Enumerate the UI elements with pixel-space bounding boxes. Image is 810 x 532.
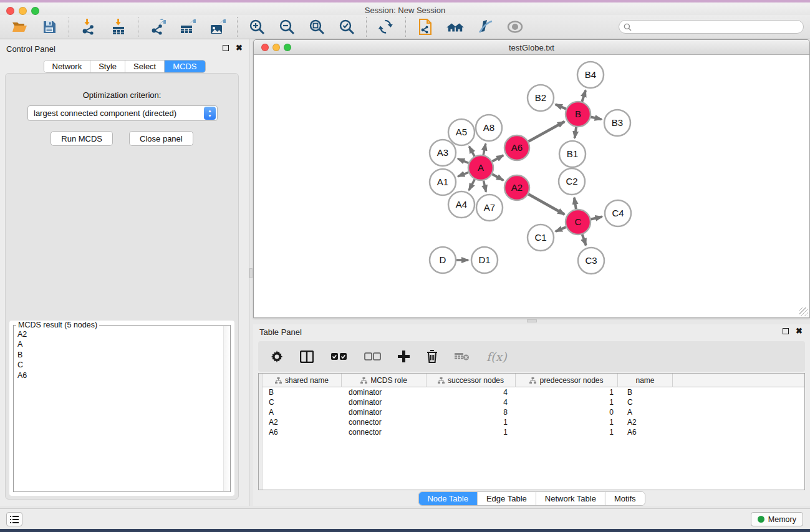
table-cell[interactable]: 4 (427, 397, 516, 407)
table-cell[interactable]: 1 (516, 387, 618, 397)
table-cell[interactable]: A2 (618, 417, 673, 427)
zoom-fit-icon[interactable] (308, 18, 325, 36)
edge-B-B3[interactable] (591, 117, 601, 120)
select-all-icon[interactable] (330, 352, 347, 360)
table-cell[interactable]: C (263, 397, 342, 407)
mcds-result-item[interactable]: A6 (15, 370, 223, 381)
zoom-selected-icon[interactable] (338, 18, 355, 36)
tab-style[interactable]: Style (90, 60, 125, 72)
edge-B-B2[interactable] (556, 104, 566, 109)
save-session-icon[interactable] (41, 18, 58, 36)
zoom-in-icon[interactable] (248, 18, 266, 36)
table-cell[interactable]: 4 (427, 387, 516, 397)
titlebar[interactable]: Session: New Session (0, 2, 810, 15)
new-network-file-icon[interactable] (417, 18, 434, 36)
mcds-result-item[interactable]: A2 (15, 329, 223, 340)
table-cell[interactable]: 8 (427, 407, 516, 417)
table-cell[interactable]: connector (342, 417, 427, 427)
column-header-shared-name[interactable]: shared name (263, 374, 342, 387)
table-cell[interactable]: 1 (516, 417, 618, 427)
deselect-all-icon[interactable] (364, 352, 381, 360)
float-panel-icon[interactable] (223, 45, 229, 51)
table-row[interactable]: A6connector11A6 (263, 427, 804, 437)
table-options-gear-icon[interactable] (271, 351, 283, 363)
table-cell[interactable]: 1 (427, 427, 516, 437)
edge-B-B1[interactable] (575, 127, 576, 138)
edge-C-C1[interactable] (556, 227, 566, 231)
edge-A-A8[interactable] (483, 143, 486, 155)
table-cell[interactable]: A6 (263, 427, 342, 437)
window-resize-grip[interactable] (799, 307, 808, 316)
edge-A-A5[interactable] (469, 147, 475, 157)
table-cell[interactable]: A (618, 407, 673, 417)
table-cell[interactable]: 1 (516, 397, 618, 407)
close-panel-button[interactable]: Close panel (129, 131, 193, 146)
panel-divider-handle[interactable] (527, 319, 537, 322)
result-scrollbar[interactable] (223, 326, 229, 491)
mcds-result-item[interactable]: A (15, 340, 223, 351)
delete-table-icon[interactable] (455, 352, 470, 361)
table-row[interactable]: Adominator80A (263, 407, 804, 417)
delete-column-trash-icon[interactable] (427, 350, 438, 363)
home-icon[interactable] (446, 18, 464, 36)
tab-mcds[interactable]: MCDS (165, 60, 205, 72)
export-network-icon[interactable] (149, 18, 166, 36)
network-canvas[interactable]: AA1A2A3A4A5A6A7A8BB1B2B3B4CC1C2C3C4DD1 (254, 55, 809, 317)
edge-C-C3[interactable] (582, 235, 586, 245)
table-cell[interactable]: A6 (618, 427, 673, 437)
edge-A2-C[interactable] (528, 194, 564, 214)
table-cell[interactable]: B (618, 387, 673, 397)
export-table-icon[interactable] (179, 18, 196, 36)
column-header-successor-nodes[interactable]: successor nodes (427, 374, 516, 387)
mcds-result-item[interactable]: B (15, 350, 223, 360)
table-cell[interactable]: 1 (427, 417, 516, 427)
tab-motifs[interactable]: Motifs (605, 492, 645, 505)
apply-layout-icon[interactable] (377, 18, 395, 36)
table-cell[interactable]: A (263, 407, 342, 417)
edge-A-A7[interactable] (483, 181, 486, 192)
edge-A-A2[interactable] (492, 174, 503, 180)
table-cell[interactable]: dominator (342, 407, 427, 417)
network-window-titlebar[interactable]: testGlobe.txt (254, 40, 809, 55)
column-header-predecessor-nodes[interactable]: predecessor nodes (516, 374, 618, 387)
close-table-panel-icon[interactable]: ✖ (796, 328, 803, 334)
edge-A-A4[interactable] (469, 180, 475, 190)
edge-A6-B[interactable] (528, 122, 564, 142)
edge-B-B4[interactable] (582, 90, 586, 102)
eye-icon[interactable] (506, 18, 524, 36)
create-column-icon[interactable] (398, 351, 410, 362)
search-field[interactable] (619, 20, 804, 34)
task-history-button[interactable] (6, 512, 22, 526)
table-cell[interactable]: C (618, 397, 673, 407)
tab-network[interactable]: Network (44, 60, 90, 72)
edge-C-C4[interactable] (591, 217, 602, 220)
zoom-out-icon[interactable] (278, 18, 296, 36)
edge-C-C2[interactable] (574, 198, 576, 210)
criterion-dropdown[interactable]: largest connected component (directed) ▲… (27, 105, 218, 121)
table-row[interactable]: Cdominator41C (263, 397, 804, 407)
table-cell[interactable]: B (263, 387, 342, 397)
table-cell[interactable]: dominator (342, 387, 427, 397)
float-table-panel-icon[interactable] (783, 328, 789, 334)
table-cell[interactable]: connector (342, 427, 427, 437)
column-header-name[interactable]: name (618, 374, 673, 387)
export-image-icon[interactable] (209, 18, 226, 36)
hide-annotation-icon[interactable] (476, 18, 494, 36)
table-cell[interactable]: dominator (342, 397, 427, 407)
open-file-icon[interactable] (11, 18, 28, 36)
run-mcds-button[interactable]: Run MCDS (51, 131, 113, 146)
edge-A-A1[interactable] (458, 172, 468, 176)
table-row[interactable]: Bdominator41B (263, 387, 804, 397)
tab-edge-table[interactable]: Edge Table (478, 492, 536, 505)
tab-network-table[interactable]: Network Table (536, 492, 605, 505)
column-header-MCDS-role[interactable]: MCDS role (342, 374, 427, 387)
tab-node-table[interactable]: Node Table (418, 492, 478, 505)
memory-button[interactable]: Memory (751, 512, 803, 526)
node-table[interactable]: shared nameMCDS rolesuccessor nodesprede… (258, 373, 805, 490)
panel-divider-handle[interactable] (249, 268, 253, 278)
table-cell[interactable]: 1 (516, 427, 618, 437)
table-cell[interactable]: 0 (516, 407, 618, 417)
table-row[interactable]: A2connector11A2 (263, 417, 804, 427)
mcds-result-item[interactable]: C (15, 360, 223, 371)
close-panel-icon[interactable]: ✖ (236, 45, 243, 51)
